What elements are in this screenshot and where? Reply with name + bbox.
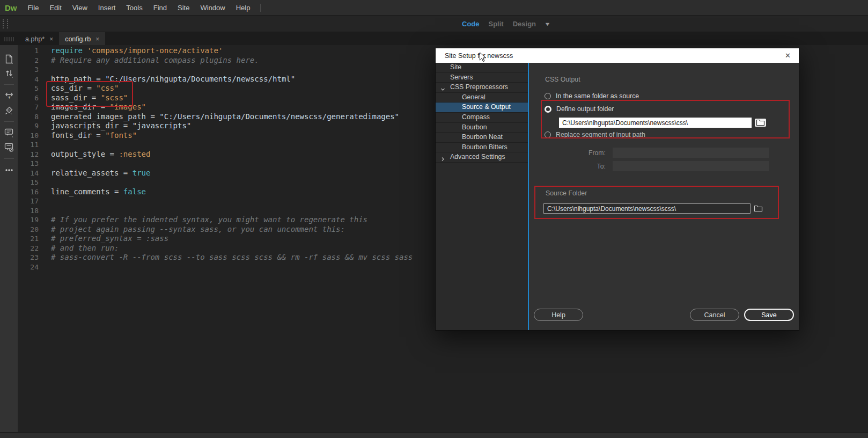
tab-aphp[interactable]: a.php*× bbox=[19, 32, 59, 46]
view-code[interactable]: Code bbox=[462, 20, 480, 28]
nav-item-bourbon-neat[interactable]: Bourbon Neat bbox=[436, 133, 528, 143]
radio-replace-segment-label: Replace segment of input path bbox=[556, 131, 645, 138]
line-number: 24 bbox=[18, 262, 39, 272]
line-number: 4 bbox=[18, 75, 39, 84]
help-button[interactable]: Help bbox=[534, 309, 583, 321]
code-text: require 'compass/import-once/activate' bbox=[51, 46, 223, 56]
dialog-title-bar[interactable]: Site Setup for newscss ✕ bbox=[436, 48, 799, 63]
css-output-label: CSS Output bbox=[545, 76, 580, 83]
menu-insert[interactable]: Insert bbox=[93, 4, 121, 12]
radio-circle-icon[interactable] bbox=[545, 93, 551, 99]
nav-item-site[interactable]: Site bbox=[436, 63, 528, 73]
source-path-input[interactable] bbox=[543, 203, 751, 214]
line-number: 17 bbox=[18, 196, 39, 206]
line-number: 23 bbox=[18, 253, 39, 262]
nav-item-general[interactable]: General bbox=[436, 93, 528, 103]
code-text: # and then run: bbox=[51, 244, 119, 253]
nav-item-label: Bourbon bbox=[462, 123, 487, 131]
cancel-button[interactable]: Cancel bbox=[690, 309, 739, 321]
more-options-icon[interactable] bbox=[0, 163, 18, 177]
menu-window[interactable]: Window bbox=[195, 4, 230, 12]
from-row: From: bbox=[529, 148, 769, 158]
nav-item-bourbon[interactable]: Bourbon bbox=[436, 123, 528, 133]
line-number: 1 bbox=[18, 46, 39, 56]
nav-item-label: Bourbon Neat bbox=[462, 133, 503, 141]
view-switcher: CodeSplitDesign▼ bbox=[462, 16, 550, 32]
menu-edit[interactable]: Edit bbox=[44, 4, 67, 12]
chevron-right-icon[interactable] bbox=[440, 155, 445, 165]
view-design[interactable]: Design bbox=[513, 20, 536, 28]
radio-define-output-label: Define output folder bbox=[556, 105, 614, 113]
menu-site[interactable]: Site bbox=[172, 4, 195, 12]
line-number: 8 bbox=[18, 112, 39, 122]
apply-comment-icon[interactable] bbox=[0, 126, 18, 140]
from-label: From: bbox=[529, 149, 609, 157]
site-setup-dialog: Site Setup for newscss ✕ SiteServersCSS … bbox=[435, 48, 799, 331]
dialog-content: CSS Output In the same folder as source … bbox=[529, 63, 799, 330]
radio-same-folder[interactable]: In the same folder as source bbox=[545, 92, 639, 100]
svg-text:*: * bbox=[8, 95, 11, 101]
nav-item-css-preprocessors[interactable]: CSS Preprocessors bbox=[436, 83, 528, 93]
output-path-row bbox=[559, 118, 766, 128]
code-text: relative_assets = true bbox=[51, 169, 150, 178]
word-wrap-icon[interactable]: * bbox=[0, 89, 18, 103]
menu-view[interactable]: View bbox=[67, 4, 93, 12]
to-label: To: bbox=[529, 163, 609, 170]
to-input bbox=[613, 161, 769, 171]
menu-find[interactable]: Find bbox=[148, 4, 172, 12]
code-text: # If you prefer the indented syntax, you… bbox=[51, 215, 367, 225]
tabbar-grip-icon bbox=[4, 37, 14, 41]
radio-define-output[interactable]: Define output folder bbox=[545, 105, 614, 113]
radio-selected-icon[interactable] bbox=[545, 106, 551, 113]
code-text: fonts_dir = "fonts" bbox=[51, 131, 137, 141]
browse-folder-icon[interactable] bbox=[754, 205, 763, 212]
code-text: # Require any additional compass plugins… bbox=[51, 56, 259, 65]
line-number: 5 bbox=[18, 84, 39, 93]
view-dropdown-icon[interactable]: ▼ bbox=[544, 21, 550, 27]
menu-tools[interactable]: Tools bbox=[121, 4, 148, 12]
document-toolbar: CodeSplitDesign▼ bbox=[0, 15, 868, 32]
dialog-title: Site Setup for newscss bbox=[445, 52, 783, 60]
tab-close-icon[interactable]: × bbox=[49, 35, 53, 43]
remove-comment-icon[interactable] bbox=[0, 140, 18, 155]
browse-folder-icon[interactable] bbox=[755, 119, 766, 127]
line-number: 9 bbox=[18, 121, 39, 131]
nav-item-source-output[interactable]: Source & Output bbox=[436, 103, 528, 113]
radio-circle-icon[interactable] bbox=[545, 132, 551, 138]
tabs-container: a.php*×config.rb× bbox=[19, 32, 105, 46]
nav-item-bourbon-bitters[interactable]: Bourbon Bitters bbox=[436, 143, 528, 153]
nav-item-label: CSS Preprocessors bbox=[450, 83, 508, 91]
new-file-icon[interactable] bbox=[0, 52, 18, 66]
sort-lines-icon[interactable] bbox=[0, 66, 18, 81]
dreamweaver-window: Dw FileEditViewInsertToolsFindSiteWindow… bbox=[0, 0, 868, 438]
line-number: 20 bbox=[18, 225, 39, 235]
line-number: 6 bbox=[18, 93, 39, 103]
tab-close-icon[interactable]: × bbox=[95, 35, 99, 43]
line-number: 2 bbox=[18, 56, 39, 65]
radio-replace-segment[interactable]: Replace segment of input path bbox=[545, 131, 645, 138]
close-icon[interactable]: ✕ bbox=[783, 51, 793, 60]
output-path-input[interactable] bbox=[559, 118, 752, 128]
line-number: 15 bbox=[18, 178, 39, 187]
menu-file[interactable]: File bbox=[23, 4, 45, 12]
nav-item-label: Servers bbox=[450, 74, 473, 81]
nav-item-label: Bourbon Bitters bbox=[462, 143, 507, 151]
nav-item-compass[interactable]: Compass bbox=[436, 113, 528, 123]
format-source-icon[interactable]: <> bbox=[0, 103, 18, 118]
code-text: # preferred_syntax = :sass bbox=[51, 234, 168, 244]
nav-item-advanced-settings[interactable]: Advanced Settings bbox=[436, 152, 528, 163]
source-folder-label: Source Folder bbox=[546, 189, 587, 197]
toolbar-grip-icon[interactable] bbox=[3, 19, 8, 28]
view-split[interactable]: Split bbox=[489, 20, 504, 28]
code-text: images_dir = "images" bbox=[51, 103, 146, 112]
save-button[interactable]: Save bbox=[744, 309, 794, 321]
tab-configrb[interactable]: config.rb× bbox=[59, 32, 105, 46]
menu-help[interactable]: Help bbox=[231, 4, 256, 12]
tab-label: config.rb bbox=[65, 35, 91, 43]
code-text: generated_images_path = "C:/Users/nihgup… bbox=[51, 112, 399, 122]
dialog-nav: SiteServersCSS PreprocessorsGeneralSourc… bbox=[436, 63, 529, 330]
line-number: 7 bbox=[18, 103, 39, 112]
line-number: 3 bbox=[18, 65, 39, 75]
nav-item-servers[interactable]: Servers bbox=[436, 73, 528, 83]
line-number: 12 bbox=[18, 150, 39, 159]
